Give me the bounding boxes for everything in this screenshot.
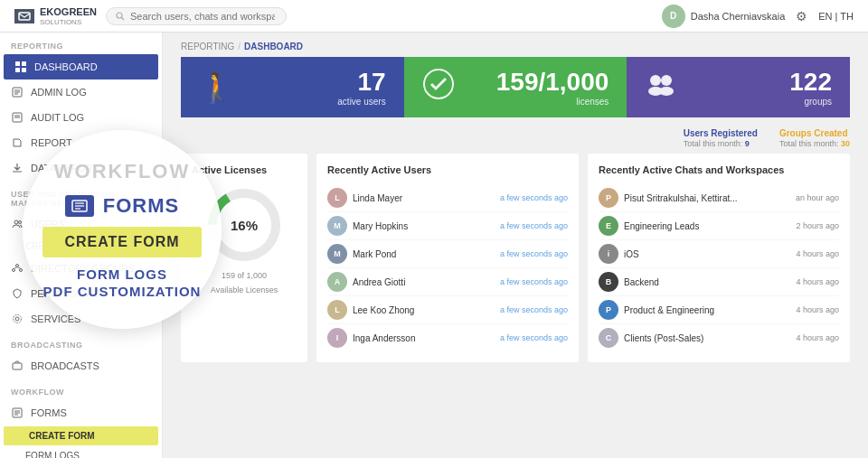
- licenses-icon: [422, 68, 455, 107]
- section-workflow-label: WORKFLOW: [0, 379, 162, 400]
- recently-active-chats-panel: Recently Active Chats and Workspaces P P…: [588, 154, 850, 362]
- chat-time: 2 hours ago: [796, 221, 839, 230]
- licenses-data: 159/1,000 licenses: [496, 68, 609, 107]
- user-time: a few seconds ago: [500, 193, 568, 202]
- list-item: E Engineering Leads 2 hours ago: [599, 212, 839, 240]
- broadcasts-label: BROADCASTS: [31, 360, 99, 371]
- svg-point-31: [661, 75, 672, 86]
- search-icon: [116, 12, 125, 21]
- active-users-icon: 🚶: [199, 70, 235, 105]
- sidebar-item-dashboard[interactable]: DASHBOARD: [4, 54, 158, 79]
- chat-time: 4 hours ago: [796, 333, 839, 342]
- chat-info: i iOS: [599, 244, 639, 264]
- broadcasts-icon: [11, 360, 24, 372]
- licenses-label: licenses: [496, 97, 609, 107]
- users-registered-summary: Users RegisteredTotal this month: 9: [684, 128, 758, 148]
- active-users-label: active users: [337, 97, 385, 107]
- admin-log-label: ADMIN LOG: [31, 87, 87, 98]
- section-user-label: USER AND PERMISSION MANAGEMENT: [0, 181, 162, 211]
- stat-active-users: 🚶 17 active users: [181, 57, 404, 117]
- list-item: M Mark Pond a few seconds ago: [327, 240, 568, 268]
- active-users-value: 17: [337, 68, 385, 97]
- forms-label: FORMS: [31, 407, 67, 418]
- sidebar-item-directory-groups[interactable]: DIRECTORY GROUPS: [0, 256, 162, 281]
- permissions-icon: [11, 287, 24, 300]
- chat-icon: P: [599, 188, 618, 208]
- user-name: Inga Andersson: [353, 333, 416, 343]
- breadcrumb: REPORTING / DASHBOARD: [163, 33, 868, 57]
- user-info: M Mary Hopkins: [327, 216, 408, 236]
- avatar: M: [327, 244, 347, 264]
- sidebar-item-admin-log[interactable]: ADMIN LOG: [0, 79, 162, 105]
- chat-time: 4 hours ago: [796, 249, 839, 258]
- chat-name: Backend: [624, 277, 659, 287]
- chat-icon: E: [599, 216, 618, 236]
- sidebar-item-audit-log[interactable]: AUDIT LOG: [0, 105, 162, 130]
- licenses-value: 159/1,000: [496, 68, 609, 97]
- svg-line-2: [121, 17, 124, 20]
- language-switcher[interactable]: EN | TH: [818, 11, 854, 22]
- logo-name: EKOGREEN: [40, 6, 97, 17]
- breadcrumb-parent: REPORTING: [181, 42, 234, 51]
- admin-log-icon: [11, 86, 24, 98]
- dashboard: 🚶 17 active users 159/1,000 licenses: [163, 57, 868, 380]
- audit-log-icon: [11, 111, 24, 124]
- avatar: L: [327, 188, 347, 208]
- sidebar-item-users[interactable]: USERS: [0, 211, 162, 237]
- svg-point-19: [20, 269, 23, 272]
- list-item: B Backend 4 hours ago: [599, 268, 839, 296]
- header-right: D Dasha Cherniavskaia ⚙ EN | TH: [662, 5, 854, 28]
- svg-point-33: [659, 87, 674, 96]
- user-info: I Inga Andersson: [327, 328, 416, 348]
- sidebar-item-data-export[interactable]: DATA EXPORT: [0, 155, 162, 181]
- sidebar-item-broadcasts[interactable]: BROADCASTS: [0, 353, 162, 379]
- search-input[interactable]: [130, 11, 275, 22]
- forms-icon: [11, 407, 24, 419]
- chat-time: 4 hours ago: [796, 305, 839, 314]
- svg-rect-24: [13, 363, 22, 369]
- svg-rect-3: [15, 61, 20, 66]
- settings-icon[interactable]: ⚙: [796, 9, 807, 23]
- audit-log-label: AUDIT LOG: [31, 112, 84, 123]
- sidebar: REPORTING DASHBOARD ADMIN LOG AUDIT LOG …: [0, 33, 163, 458]
- sidebar-item-report[interactable]: REPORT: [0, 130, 162, 155]
- sidebar-sub-create-form[interactable]: CREATE FORM: [4, 426, 158, 445]
- svg-point-16: [19, 221, 22, 224]
- donut-container: 16% 159 of 1,000 Available Licenses: [192, 184, 297, 294]
- avatar: M: [327, 216, 347, 236]
- user-time: a few seconds ago: [500, 249, 568, 258]
- permissions-label: PERMISSIONS: [31, 288, 99, 299]
- sidebar-item-permissions[interactable]: PERMISSIONS: [0, 281, 162, 306]
- panels-row: Active Licenses 16% 159 of 1,000 Availab…: [181, 154, 850, 362]
- breadcrumb-separator: /: [238, 42, 241, 51]
- sidebar-item-forms[interactable]: FORMS: [0, 400, 162, 425]
- header-left: EKOGREEN SOLUTIONS: [14, 5, 287, 26]
- sidebar-item-services[interactable]: SERVICES: [0, 306, 162, 332]
- list-item: P Pisut Sritrakulshai, Kettirat... an ho…: [599, 184, 839, 212]
- list-item: I Inga Andersson a few seconds ago: [327, 324, 568, 351]
- stat-licenses: 159/1,000 licenses: [404, 57, 627, 117]
- user-info: A Andrea Giotti: [327, 272, 405, 292]
- chat-time: an hour ago: [796, 193, 839, 202]
- search-bar[interactable]: [106, 7, 287, 25]
- list-item: L Linda Mayer a few seconds ago: [327, 184, 568, 212]
- user-name: Lee Koo Zhong: [353, 305, 414, 315]
- services-icon: [11, 313, 24, 325]
- user-name: Linda Mayer: [353, 193, 402, 203]
- list-item: M Mary Hopkins a few seconds ago: [327, 212, 568, 240]
- main-layout: REPORTING DASHBOARD ADMIN LOG AUDIT LOG …: [0, 33, 868, 458]
- list-item: A Andrea Giotti a few seconds ago: [327, 268, 568, 296]
- svg-rect-5: [15, 68, 20, 72]
- user-info: L Linda Mayer: [327, 188, 402, 208]
- user-profile[interactable]: D Dasha Cherniavskaia: [662, 5, 786, 28]
- svg-point-17: [16, 265, 19, 267]
- chat-info: P Product & Engineering: [599, 300, 714, 320]
- list-item: C Clients (Post-Sales) 4 hours ago: [599, 324, 839, 351]
- active-licenses-panel: Active Licenses 16% 159 of 1,000 Availab…: [181, 154, 307, 362]
- chat-name: Clients (Post-Sales): [624, 333, 703, 343]
- sidebar-sub-form-logs[interactable]: FORM LOGS: [0, 446, 162, 458]
- sidebar-item-create-user[interactable]: CREATE USER: [0, 237, 162, 256]
- avatar: L: [327, 300, 347, 320]
- user-info: L Lee Koo Zhong: [327, 300, 414, 320]
- active-users-data: 17 active users: [337, 68, 385, 107]
